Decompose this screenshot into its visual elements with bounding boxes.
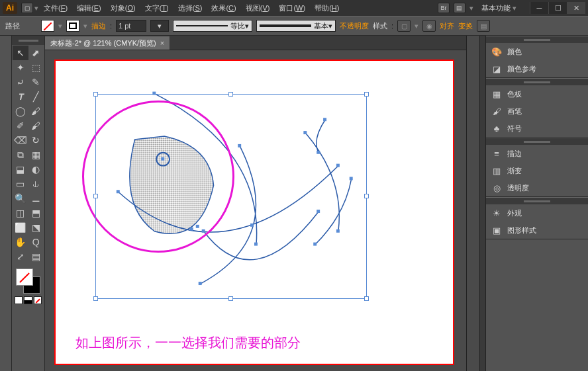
workspace-switcher[interactable]: 基本功能 ▾ <box>477 3 520 13</box>
tool-6[interactable]: 𝙏 <box>13 89 28 104</box>
panel-符号[interactable]: ♣符号 <box>486 120 588 137</box>
tool-17[interactable]: ◐ <box>28 162 44 177</box>
document-tab[interactable]: 未标题-2* @ 121% (CMYK/预览) × <box>45 36 170 50</box>
tool-9[interactable]: 🖌 <box>28 104 44 118</box>
menu-c[interactable]: 效果(C) <box>207 2 240 15</box>
tool-29[interactable]: ▤ <box>28 249 44 264</box>
stroke-swatch[interactable] <box>66 20 79 32</box>
menu-h[interactable]: 帮助(H) <box>311 2 343 15</box>
panel-grip[interactable] <box>486 138 588 145</box>
menu-w[interactable]: 窗口(W) <box>275 2 309 15</box>
doc-arrange-icon[interactable]: ▤ <box>454 3 466 13</box>
window-close[interactable]: ✕ <box>567 2 585 14</box>
doc-layout-icon[interactable]: ▢ <box>21 3 33 13</box>
tool-14[interactable]: ⧉ <box>13 147 28 162</box>
panel-label: 色板 <box>507 89 522 99</box>
tool-8[interactable]: ◯ <box>13 104 28 118</box>
doc-scrollbar[interactable] <box>466 36 479 371</box>
menu-e[interactable]: 编辑(E) <box>73 2 105 15</box>
color-mode-btn[interactable] <box>15 296 23 304</box>
selection-kind: 路径 <box>5 21 20 31</box>
selection-bounds[interactable] <box>95 94 367 299</box>
tool-13[interactable]: ↻ <box>28 133 44 147</box>
tool-19[interactable]: ⫝ <box>28 177 44 191</box>
panel-色板[interactable]: ▦色板 <box>486 85 588 103</box>
tool-11[interactable]: 🖌 <box>28 118 44 133</box>
tab-close-icon[interactable]: × <box>160 39 164 47</box>
panel-label: 颜色参考 <box>507 64 536 74</box>
style-swatch[interactable]: ▢ <box>397 20 411 32</box>
tool-1[interactable]: ⬈ <box>28 46 44 60</box>
tool-20[interactable]: 🔍 <box>13 191 28 206</box>
stroke-label[interactable]: 描边 <box>91 21 106 31</box>
none-mode-btn[interactable] <box>34 296 42 304</box>
tool-2[interactable]: ✦ <box>13 60 28 75</box>
panel-grip[interactable] <box>486 198 588 204</box>
recolor-icon[interactable]: ◉ <box>422 20 436 32</box>
tools-panel-header[interactable] <box>12 36 44 45</box>
panel-icon: ≡ <box>491 148 502 159</box>
artboard[interactable]: 如上图所示，一一选择我们需要的部分 <box>54 60 454 365</box>
panel-渐变[interactable]: ▥渐变 <box>486 162 588 179</box>
panel-颜色[interactable]: 🎨颜色 <box>486 43 588 60</box>
panel-collapse-strip[interactable] <box>479 36 486 371</box>
panel-icon: ▦ <box>491 89 502 99</box>
menu-f[interactable]: 文件(F) <box>40 2 72 15</box>
tool-16[interactable]: ⬓ <box>13 162 28 177</box>
tool-22[interactable]: ◫ <box>13 206 28 220</box>
menu-s[interactable]: 选择(S) <box>174 2 207 15</box>
tool-7[interactable]: ╱ <box>28 89 44 104</box>
width-profile-select[interactable]: 等比 ▾ <box>173 20 252 32</box>
tool-21[interactable]: ⚊ <box>28 191 44 206</box>
tool-24[interactable]: ⬜ <box>13 220 28 235</box>
opacity-label[interactable]: 不透明度 <box>340 21 369 31</box>
panel-icon: ▥ <box>491 165 502 176</box>
menu-v[interactable]: 视图(V) <box>242 2 274 15</box>
panel-icon: 🎨 <box>491 46 502 57</box>
tool-23[interactable]: ⬒ <box>28 206 44 220</box>
window-minimize[interactable]: ─ <box>530 2 548 14</box>
app-logo: Ai <box>3 2 17 14</box>
fill-swatch[interactable] <box>41 20 54 32</box>
panel-透明度[interactable]: ◎透明度 <box>486 179 588 196</box>
panel-画笔[interactable]: 🖌画笔 <box>486 103 588 120</box>
tool-28[interactable]: ⤢ <box>13 249 28 264</box>
window-maximize[interactable]: ☐ <box>548 2 567 14</box>
tool-5[interactable]: ✎ <box>28 75 44 89</box>
stroke-width-profile[interactable]: ▾ <box>150 20 169 32</box>
bridge-icon[interactable]: Br <box>438 3 450 13</box>
tool-27[interactable]: Q <box>28 235 44 249</box>
left-collapse-strip[interactable] <box>0 36 12 371</box>
tool-26[interactable]: ✋ <box>13 235 28 249</box>
panel-描边[interactable]: ≡描边 <box>486 145 588 162</box>
align-label[interactable]: 对齐 <box>440 21 454 31</box>
tool-0[interactable]: ↖ <box>13 46 28 60</box>
transform-label[interactable]: 变换 <box>458 21 473 31</box>
menu-o[interactable]: 对象(O) <box>107 2 140 15</box>
panel-menu-icon[interactable]: ▤ <box>477 20 490 32</box>
tool-3[interactable]: ⬚ <box>28 60 44 75</box>
panel-icon: ♣ <box>491 123 502 134</box>
dropdown-arrow: ▾ <box>469 4 473 13</box>
fill-stroke-swatches[interactable] <box>13 267 43 295</box>
tool-10[interactable]: ✐ <box>13 118 28 133</box>
panel-label: 符号 <box>507 124 522 134</box>
panel-grip[interactable] <box>486 36 588 43</box>
tool-12[interactable]: ⌫ <box>13 133 28 147</box>
tool-15[interactable]: ▦ <box>28 147 44 162</box>
menu-chevron: ▾ <box>33 4 40 13</box>
gradient-mode-btn[interactable] <box>24 296 32 304</box>
panel-颜色参考[interactable]: ◪颜色参考 <box>486 60 588 77</box>
stroke-weight-input[interactable] <box>116 20 146 32</box>
panel-label: 外观 <box>507 208 522 218</box>
panel-grip[interactable] <box>486 79 588 85</box>
panel-label: 透明度 <box>507 183 529 193</box>
tool-18[interactable]: ▭ <box>13 177 28 191</box>
menu-t[interactable]: 文字(T) <box>141 2 173 15</box>
panel-label: 图形样式 <box>507 226 536 235</box>
panel-外观[interactable]: ☀外观 <box>486 204 588 222</box>
tool-25[interactable]: ⬔ <box>28 220 44 235</box>
panel-图形样式[interactable]: ▣图形样式 <box>486 222 588 239</box>
tool-4[interactable]: ⤾ <box>13 75 28 89</box>
brush-def-select[interactable]: 基本 ▾ <box>256 20 336 32</box>
